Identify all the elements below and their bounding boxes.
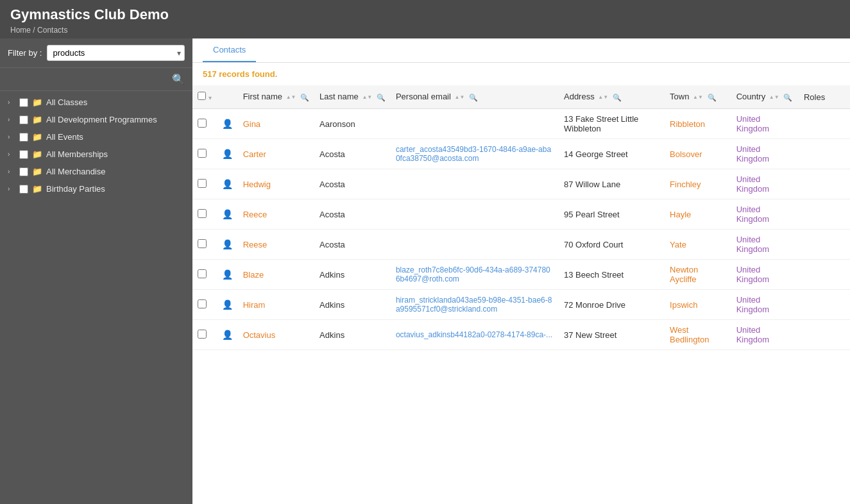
sidebar-tree: › 📁 All Classes › 📁 All Development Prog… <box>0 91 192 200</box>
tree-item-label: Birthday Parties <box>46 184 185 194</box>
breadcrumb-current: Contacts <box>37 26 67 35</box>
row-checkbox-1[interactable] <box>198 149 207 158</box>
person-icon: 👤 <box>222 299 233 310</box>
row-roles-4 <box>799 230 850 260</box>
row-checkbox-4[interactable] <box>198 239 207 248</box>
table-header: ▾ First name ▲▼ 🔍 Last name ▲▼ 🔍 <box>192 85 850 109</box>
tree-checkbox-all-merchandise[interactable] <box>19 167 28 176</box>
row-address-0: 13 Fake Street Little Wibbleton <box>559 109 665 139</box>
row-icon-cell: 👤 <box>217 169 238 199</box>
row-checkbox-0[interactable] <box>198 119 207 128</box>
top-bar: Gymnastics Club Demo Home / Contacts <box>0 0 850 38</box>
row-checkbox-cell <box>192 139 217 169</box>
select-all-checkbox[interactable] <box>198 92 206 100</box>
firstname-search-icon[interactable]: 🔍 <box>300 94 309 101</box>
filter-select[interactable]: products services events <box>47 45 185 61</box>
row-email-0 <box>391 109 559 139</box>
person-icon: 👤 <box>222 179 233 189</box>
row-address-6: 72 Monroe Drive <box>559 290 665 320</box>
email-sort-icons[interactable]: ▲▼ <box>455 95 465 100</box>
tree-checkbox-all-memberships[interactable] <box>19 150 28 159</box>
country-search-icon[interactable]: 🔍 <box>783 94 792 101</box>
row-address-2: 87 Willow Lane <box>559 169 665 199</box>
row-checkbox-cell <box>192 260 217 290</box>
row-country-3: United Kingdom <box>731 199 799 230</box>
folder-icon: 📁 <box>32 167 42 176</box>
sidebar-item-all-memberships[interactable]: › 📁 All Memberships <box>0 146 192 163</box>
town-sort-icons[interactable]: ▲▼ <box>693 95 703 100</box>
table-row: 👤 Carter Acosta carter_acosta43549bd3-16… <box>192 139 850 169</box>
row-firstname-5[interactable]: Blaze <box>238 260 314 290</box>
sidebar-item-all-classes[interactable]: › 📁 All Classes <box>0 94 192 111</box>
folder-icon: 📁 <box>32 97 42 107</box>
person-icon: 👤 <box>222 209 233 219</box>
folder-icon: 📁 <box>32 149 42 159</box>
row-roles-1 <box>799 139 850 169</box>
row-firstname-7[interactable]: Octavius <box>238 320 314 350</box>
row-email-2 <box>391 169 559 199</box>
row-checkbox-6[interactable] <box>198 299 207 308</box>
row-firstname-6[interactable]: Hiram <box>238 290 314 320</box>
email-search-icon[interactable]: 🔍 <box>469 94 478 101</box>
table-row: 👤 Gina Aaronson 13 Fake Street Little Wi… <box>192 109 850 139</box>
firstname-sort-icons[interactable]: ▲▼ <box>286 95 296 100</box>
th-select-all: ▾ <box>192 85 217 109</box>
table-row: 👤 Octavius Adkins octavius_adkinsb44182a… <box>192 320 850 350</box>
person-icon: 👤 <box>222 119 233 129</box>
tab-contacts[interactable]: Contacts <box>203 38 256 62</box>
row-roles-2 <box>799 169 850 199</box>
row-country-1: United Kingdom <box>731 139 799 169</box>
search-bar: 🔍 <box>0 68 192 91</box>
tree-checkbox-all-classes[interactable] <box>19 98 28 107</box>
tree-checkbox-all-events[interactable] <box>19 133 28 142</box>
sidebar-item-all-events[interactable]: › 📁 All Events <box>0 128 192 146</box>
country-sort-icons[interactable]: ▲▼ <box>769 95 779 100</box>
breadcrumb-sep: / <box>33 26 35 35</box>
row-town-3: Hayle <box>665 199 731 230</box>
tree-item-label: All Development Programmes <box>46 115 185 124</box>
row-town-6: Ipswich <box>665 290 731 320</box>
row-checkbox-5[interactable] <box>198 269 207 278</box>
row-checkbox-7[interactable] <box>198 330 207 339</box>
tree-checkbox-all-development[interactable] <box>19 115 28 124</box>
row-firstname-0[interactable]: Gina <box>238 109 314 139</box>
lastname-sort-icons[interactable]: ▲▼ <box>362 95 372 100</box>
person-icon: 👤 <box>222 239 233 249</box>
row-checkbox-cell <box>192 109 217 139</box>
sidebar-item-birthday-parties[interactable]: › 📁 Birthday Parties <box>0 180 192 197</box>
records-count: 517 records found. <box>203 69 277 79</box>
th-roles: Roles <box>799 85 850 109</box>
sidebar: Filter by : products services events 🔍 ›… <box>0 38 192 504</box>
row-firstname-3[interactable]: Reece <box>238 199 314 230</box>
row-firstname-1[interactable]: Carter <box>238 139 314 169</box>
sidebar-item-all-merchandise[interactable]: › 📁 All Merchandise <box>0 163 192 180</box>
person-icon: 👤 <box>222 330 233 340</box>
row-checkbox-3[interactable] <box>198 209 207 218</box>
breadcrumb: Home / Contacts <box>10 26 840 35</box>
sidebar-item-all-development[interactable]: › 📁 All Development Programmes <box>0 111 192 128</box>
address-sort-icons[interactable]: ▲▼ <box>598 95 608 100</box>
row-checkbox-2[interactable] <box>198 179 207 188</box>
row-country-7: United Kingdom <box>731 320 799 350</box>
row-address-5: 13 Beech Street <box>559 260 665 290</box>
row-address-4: 70 Oxford Court <box>559 230 665 260</box>
table-body: 👤 Gina Aaronson 13 Fake Street Little Wi… <box>192 109 850 350</box>
table-row: 👤 Hiram Adkins hiram_stricklanda043ae59-… <box>192 290 850 320</box>
lastname-search-icon[interactable]: 🔍 <box>377 94 386 101</box>
main-content: Contacts 517 records found. ▾ First name <box>192 38 850 504</box>
row-roles-0 <box>799 109 850 139</box>
row-lastname-5: Adkins <box>314 260 391 290</box>
row-lastname-4: Acosta <box>314 230 391 260</box>
tree-checkbox-birthday-parties[interactable] <box>19 185 28 194</box>
row-firstname-2[interactable]: Hedwig <box>238 169 314 199</box>
address-search-icon[interactable]: 🔍 <box>613 94 622 101</box>
th-town: Town ▲▼ 🔍 <box>665 85 731 109</box>
town-search-icon[interactable]: 🔍 <box>708 94 717 101</box>
row-icon-cell: 👤 <box>217 290 238 320</box>
row-firstname-4[interactable]: Reese <box>238 230 314 260</box>
search-button[interactable]: 🔍 <box>172 73 185 85</box>
row-country-2: United Kingdom <box>731 169 799 199</box>
breadcrumb-home[interactable]: Home <box>10 26 31 35</box>
row-roles-6 <box>799 290 850 320</box>
row-town-1: Bolsover <box>665 139 731 169</box>
